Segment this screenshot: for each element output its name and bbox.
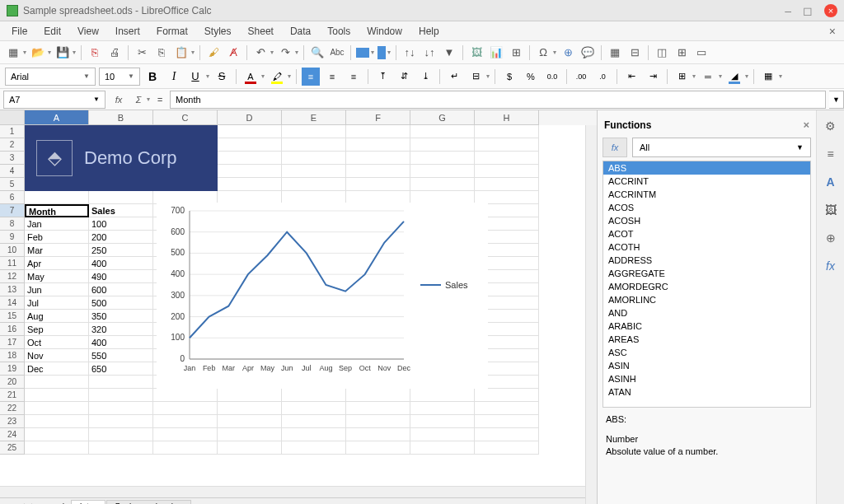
save-icon[interactable]: 💾	[54, 44, 71, 61]
spellcheck-icon[interactable]: Abc	[329, 44, 345, 61]
new-icon[interactable]: ▦	[5, 44, 21, 61]
cell[interactable]	[218, 165, 282, 178]
tab-intro[interactable]: Intro	[71, 500, 106, 505]
cell[interactable]	[475, 152, 539, 165]
function-item[interactable]: ABS	[603, 161, 810, 175]
function-wizard-icon[interactable]: fx	[109, 91, 129, 109]
italic-button[interactable]: I	[165, 68, 183, 86]
fx-insert-icon[interactable]: fx	[603, 138, 627, 157]
align-left-icon[interactable]: ≡	[302, 68, 320, 86]
row-header[interactable]: 23	[0, 415, 25, 428]
row-header[interactable]: 2	[0, 138, 25, 152]
row-header[interactable]: 19	[0, 362, 25, 376]
cell[interactable]	[282, 178, 346, 191]
cell[interactable]	[25, 415, 89, 428]
cell[interactable]	[282, 428, 346, 441]
col-header-f[interactable]: F	[346, 110, 410, 125]
cell[interactable]: 550	[89, 349, 153, 362]
add-decimal-icon[interactable]: .00	[572, 68, 590, 86]
col-header-c[interactable]: C	[153, 110, 218, 125]
menu-sheet[interactable]: Sheet	[240, 22, 282, 40]
cell[interactable]	[475, 178, 539, 191]
row-header[interactable]: 11	[0, 257, 25, 270]
function-item[interactable]: AREAS	[603, 333, 810, 346]
row-header[interactable]: 8	[0, 217, 25, 231]
function-item[interactable]: ASINH	[603, 372, 810, 385]
sort-desc-icon[interactable]: ↓↑	[421, 44, 438, 61]
window-icon[interactable]: ⊞	[673, 44, 690, 61]
cell[interactable]	[282, 138, 346, 152]
row-header[interactable]: 21	[0, 389, 25, 402]
font-name-combo[interactable]: Arial▼	[5, 68, 96, 86]
sales-chart[interactable]: 0100200300400500600700JanFebMarAprMayJun…	[157, 203, 488, 389]
freeze-icon[interactable]: ⊟	[626, 44, 643, 61]
function-list[interactable]: ABSACCRINTACCRINTMACOSACOSHACOTACOTHADDR…	[603, 161, 811, 408]
cell[interactable]	[89, 402, 153, 415]
find-icon[interactable]: 🔍	[309, 44, 326, 61]
cell[interactable]	[218, 402, 282, 415]
cell[interactable]: 100	[89, 217, 153, 231]
function-item[interactable]: AGGREGATE	[603, 267, 810, 280]
cell[interactable]	[475, 402, 539, 415]
row-header[interactable]: 12	[0, 270, 25, 283]
cell[interactable]	[25, 389, 89, 402]
col-header-g[interactable]: G	[410, 110, 475, 125]
indent-inc-icon[interactable]: ⇥	[644, 68, 662, 86]
cell[interactable]	[218, 441, 282, 455]
paste-icon[interactable]: 📋	[173, 44, 190, 61]
styles-icon[interactable]: A	[822, 173, 840, 191]
cell[interactable]	[218, 178, 282, 191]
cell[interactable]	[218, 152, 282, 165]
cell[interactable]	[282, 165, 346, 178]
cell[interactable]: Jul	[25, 296, 89, 310]
col-header-h[interactable]: H	[475, 110, 539, 125]
row-header[interactable]: 13	[0, 283, 25, 296]
function-item[interactable]: AMORLINC	[603, 293, 810, 306]
cell[interactable]	[346, 165, 410, 178]
name-box[interactable]: A7▼	[3, 91, 106, 109]
cell[interactable]	[89, 376, 153, 389]
cell[interactable]	[89, 415, 153, 428]
cell[interactable]	[346, 138, 410, 152]
formula-input[interactable]: Month	[170, 91, 826, 109]
cell[interactable]	[218, 428, 282, 441]
function-item[interactable]: ATAN	[603, 385, 810, 399]
strike-button[interactable]: S	[213, 68, 231, 86]
special-char-icon[interactable]: Ω	[535, 44, 551, 61]
cell[interactable]	[89, 389, 153, 402]
cell[interactable]: 500	[89, 296, 153, 310]
cell[interactable]: 250	[89, 244, 153, 257]
align-middle-icon[interactable]: ⇵	[395, 68, 413, 86]
cell[interactable]	[25, 402, 89, 415]
menu-view[interactable]: View	[69, 22, 107, 40]
cell[interactable]: Sales	[89, 204, 153, 217]
cell[interactable]	[346, 125, 410, 138]
cell[interactable]: 490	[89, 270, 153, 283]
formula-expand-icon[interactable]: ▼	[829, 91, 844, 109]
cell[interactable]	[475, 165, 539, 178]
cell[interactable]	[346, 428, 410, 441]
pivot-icon[interactable]: ⊞	[508, 44, 524, 61]
function-item[interactable]: ACCRINTM	[603, 188, 810, 201]
clone-format-icon[interactable]: 🖌	[205, 44, 222, 61]
col-icon[interactable]	[377, 46, 386, 59]
cell[interactable]	[410, 441, 475, 455]
cell[interactable]: Sep	[25, 323, 89, 336]
cell[interactable]: 400	[89, 336, 153, 349]
align-top-icon[interactable]: ⤒	[373, 68, 392, 86]
menu-insert[interactable]: Insert	[107, 22, 148, 40]
row-header[interactable]: 5	[0, 178, 25, 191]
cell[interactable]	[410, 389, 475, 402]
cell[interactable]: Month	[25, 204, 89, 217]
cell[interactable]	[218, 389, 282, 402]
function-item[interactable]: ARABIC	[603, 320, 810, 333]
row-header[interactable]: 18	[0, 349, 25, 362]
cell[interactable]	[153, 428, 218, 441]
function-item[interactable]: ACOSH	[603, 214, 810, 227]
cell[interactable]	[282, 441, 346, 455]
menu-edit[interactable]: Edit	[35, 22, 69, 40]
cell[interactable]	[25, 191, 89, 204]
remove-decimal-icon[interactable]: .0	[593, 68, 612, 86]
currency-icon[interactable]: $	[500, 68, 518, 86]
vertical-scrollbar[interactable]	[585, 125, 597, 504]
